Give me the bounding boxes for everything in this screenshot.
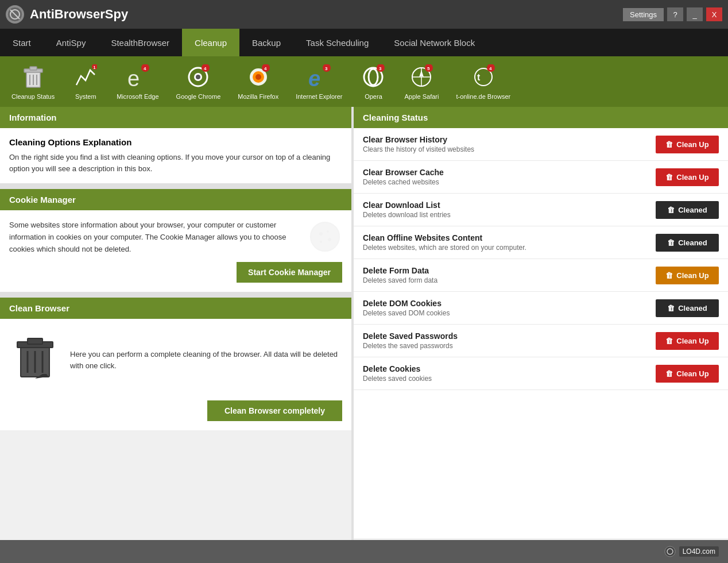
svg-text:3: 3 [379,66,382,71]
item-desc-4: Deletes saved form data [363,276,656,284]
toolbar-tonline-label: t-online.de Browser [456,93,510,100]
tonline-icon: t 4 [470,63,497,91]
btn-label-7: Clean Up [676,369,708,378]
left-panel: Information Cleaning Options Explanation… [0,107,351,540]
opera-icon: 3 [359,63,387,91]
cleanup-status-icon [20,63,47,91]
nav-backup[interactable]: Backup [239,29,293,56]
cleanup-btn-4[interactable]: 🗑 Clean Up [656,267,719,284]
info-header: Information [0,107,351,128]
btn-icon-2: 🗑 [667,206,675,214]
cleaning-item-info: Clear Browser History Clears the history… [363,135,656,153]
svg-text:t: t [477,72,481,82]
list-item: Delete DOM Cookies Deletes saved DOM coo… [354,292,728,325]
cleanup-btn-0[interactable]: 🗑 Clean Up [656,136,719,153]
item-title-7: Delete Cookies [363,364,656,373]
list-item: Delete Form Data Deletes saved form data… [354,259,728,292]
main-content: Information Cleaning Options Explanation… [0,107,728,540]
cleanup-btn-7[interactable]: 🗑 Clean Up [656,365,719,383]
list-item: Clear Browser History Clears the history… [354,128,728,161]
info-title: Cleaning Options Explanation [9,137,342,147]
toolbar-edge[interactable]: e 4 Microsoft Edge [117,63,158,100]
title-bar-right: Settings ? _ X [623,7,722,21]
toolbar-firefox-label: Mozilla Firefox [238,93,278,100]
item-desc-2: Deletes download list entries [363,211,656,219]
clean-browser-body: Here you can perform a complete cleaning… [0,319,351,430]
lo4d-logo: LO4D.com [679,546,719,557]
clean-browser-completely-button[interactable]: Clean Browser completely [207,400,342,421]
svg-rect-5 [30,67,37,70]
toolbar-tonline[interactable]: t 4 t-online.de Browser [456,63,510,100]
settings-button[interactable]: Settings [623,8,664,21]
svg-point-44 [328,238,331,241]
nav-task[interactable]: Task Scheduling [293,29,381,56]
svg-point-43 [327,230,329,233]
app-logo [6,5,24,24]
cleaning-item-info: Delete Cookies Deletes saved cookies [363,364,656,383]
btn-icon-0: 🗑 [665,140,673,149]
system-icon: 1 [72,63,99,91]
clean-browser-inner: Here you can perform a complete cleaning… [9,328,342,392]
item-desc-7: Deletes saved cookies [363,375,656,383]
cleanup-btn-2[interactable]: 🗑 Cleaned [656,201,719,219]
panel-divider-2 [0,292,351,298]
toolbar-edge-label: Microsoft Edge [117,93,158,100]
nav-bar: Start AntiSpy StealthBrowser Cleanup Bac… [0,29,728,56]
ie-icon: e 3 [305,63,333,91]
svg-point-45 [320,241,322,243]
cleanup-btn-6[interactable]: 🗑 Clean Up [656,332,719,350]
item-title-2: Clear Download List [363,200,656,210]
item-desc-5: Deletes saved DOM cookies [363,309,656,317]
cleaning-list: Clear Browser History Clears the history… [354,128,728,538]
btn-icon-1: 🗑 [665,173,673,182]
svg-text:4: 4 [489,66,492,71]
btn-icon-4: 🗑 [665,271,673,280]
toolbar-chrome-label: Google Chrome [176,93,221,100]
item-title-4: Delete Form Data [363,266,656,275]
right-panel: Cleaning Status Clear Browser History Cl… [351,107,728,540]
help-button[interactable]: ? [667,7,683,21]
info-body: Cleaning Options Explanation On the righ… [0,128,351,183]
toolbar-safari[interactable]: 5 Apple Safari [404,63,439,100]
clean-browser-section: Clean Browser Here yo [0,298,351,430]
svg-point-52 [665,546,675,557]
toolbar-ie[interactable]: e 3 Internet Explorer [296,63,342,100]
info-text: On the right side you find a list with c… [9,152,342,174]
close-button[interactable]: X [706,7,722,21]
svg-text:e: e [127,67,140,90]
nav-social[interactable]: Social Network Block [381,29,487,56]
toolbar-opera[interactable]: 3 Opera [359,63,387,100]
cleanup-btn-5[interactable]: 🗑 Cleaned [656,299,719,317]
cookie-header: Cookie Manager [0,189,351,210]
nav-antispy[interactable]: AntiSpy [44,29,99,56]
btn-label-6: Clean Up [676,337,708,345]
svg-text:4: 4 [264,66,267,71]
toolbar-system[interactable]: 1 System [72,63,99,100]
toolbar-cleanup-status[interactable]: Cleanup Status [11,63,55,100]
cleanup-btn-3[interactable]: 🗑 Cleaned [656,234,719,252]
nav-cleanup[interactable]: Cleanup [182,29,239,56]
start-cookie-manager-button[interactable]: Start Cookie Manager [237,262,342,283]
nav-start[interactable]: Start [0,29,44,56]
info-section: Information Cleaning Options Explanation… [0,107,351,183]
icon-toolbar: Cleanup Status 1 System e 4 Microsoft Ed… [0,56,728,107]
item-desc-6: Deletes the saved passwords [363,342,656,350]
toolbar-firefox[interactable]: 4 Mozilla Firefox [238,63,278,100]
item-desc-1: Deletes cached websites [363,178,656,186]
cleanup-btn-1[interactable]: 🗑 Clean Up [656,168,719,186]
svg-text:3: 3 [325,66,328,71]
title-bar: AntiBrowserSpy Settings ? _ X [0,0,728,29]
item-title-1: Clear Browser Cache [363,168,656,177]
btn-icon-6: 🗑 [665,337,673,345]
svg-point-28 [369,69,378,85]
minimize-button[interactable]: _ [687,7,703,21]
bottom-bar: LO4D.com [0,540,728,563]
chrome-icon: 4 [184,63,212,91]
toolbar-ie-label: Internet Explorer [296,93,342,100]
item-title-3: Clean Offline Websites Content [363,233,656,242]
nav-stealth[interactable]: StealthBrowser [98,29,182,56]
cleaning-item-info: Delete Saved Passwords Deletes the saved… [363,331,656,350]
svg-point-42 [319,232,323,236]
toolbar-system-label: System [75,93,96,100]
toolbar-chrome[interactable]: 4 Google Chrome [176,63,221,100]
